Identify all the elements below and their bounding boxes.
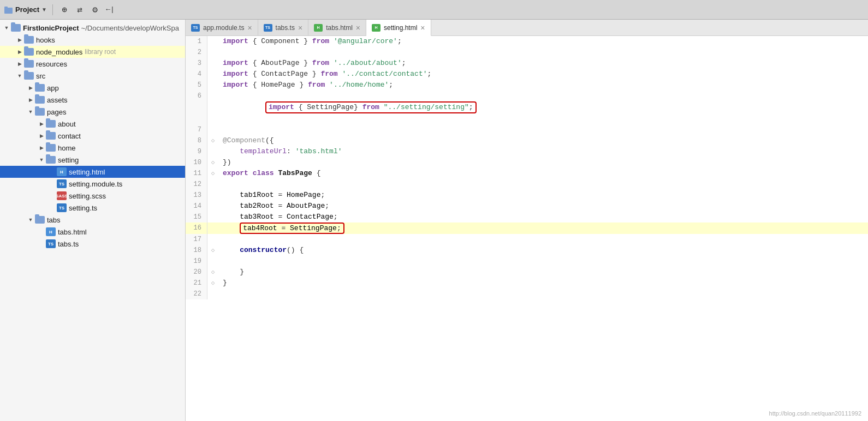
tree-item-assets[interactable]: ▶ assets xyxy=(0,94,185,106)
gutter xyxy=(207,212,218,222)
line-content xyxy=(218,124,868,135)
code-line-15: 15 tab3Root = ContactPage; xyxy=(186,212,868,222)
close-icon[interactable]: × xyxy=(247,24,252,32)
tree-item-hooks[interactable]: ▶ hooks xyxy=(0,34,185,46)
tree-item-about[interactable]: ▶ about xyxy=(0,118,185,130)
tab-tabs-html[interactable]: H tabs.html × xyxy=(308,20,366,35)
code-line-5: 5 import { HomePage } from '../home/home… xyxy=(186,80,868,91)
line-content xyxy=(218,234,868,245)
gutter xyxy=(207,91,218,124)
tab-label: tabs.ts xyxy=(276,24,295,32)
gutter xyxy=(207,69,218,80)
code-line-12: 12 xyxy=(186,179,868,190)
tree-item-setting-scss[interactable]: ▶ SASS setting.scss xyxy=(0,190,185,202)
gutter xyxy=(207,146,218,157)
code-line-9: 9 templateUrl: 'tabs.html' xyxy=(186,146,868,157)
tree-label: app xyxy=(47,84,59,92)
tree-label: node_modules xyxy=(36,48,82,56)
tab-tabs-ts[interactable]: TS tabs.ts × xyxy=(258,20,309,35)
tree-item-pages[interactable]: ▼ pages xyxy=(0,106,185,118)
chevron-down-icon: ▼ xyxy=(2,25,11,31)
line-content: templateUrl: 'tabs.html' xyxy=(218,146,868,157)
tree-item-src[interactable]: ▼ src xyxy=(0,70,185,82)
line-content: import { Component } from '@angular/core… xyxy=(218,36,868,47)
tab-bar: TS app.module.ts × TS tabs.ts × H tabs.h… xyxy=(186,20,868,36)
tree-item-setting-html[interactable]: ▶ H setting.html xyxy=(0,166,185,178)
root-folder-icon xyxy=(11,24,21,32)
fold-icon: ◇ xyxy=(211,168,215,179)
html-file-icon: H xyxy=(46,227,56,236)
line-num: 17 xyxy=(186,234,207,245)
tree-label: contact xyxy=(58,132,81,140)
root-label: FirstIonicProject xyxy=(23,24,79,32)
fold-icon: ◇ xyxy=(211,278,215,288)
chevron-right-icon: ▶ xyxy=(15,49,24,55)
close-icon[interactable]: × xyxy=(298,24,302,32)
folder-icon xyxy=(35,84,45,92)
code-line-6: 6 import { SettingPage} from "../setting… xyxy=(186,91,868,124)
gutter: ◇ xyxy=(207,267,218,278)
code-line-17: 17 xyxy=(186,234,868,245)
line-num: 7 xyxy=(186,124,207,135)
line-content: tab3Root = ContactPage; xyxy=(218,212,868,222)
gutter xyxy=(207,47,218,58)
tree-item-tabs-ts[interactable]: ▶ TS tabs.ts xyxy=(0,238,185,250)
line-content: import { ContactPage } from '../contact/… xyxy=(218,69,868,80)
add-icon[interactable]: ⊕ xyxy=(58,4,70,16)
line-content: } xyxy=(218,278,868,288)
chevron-down-icon: ▼ xyxy=(41,7,47,13)
line-num: 19 xyxy=(186,256,207,267)
line-num: 1 xyxy=(186,36,207,47)
code-line-1: 1 import { Component } from '@angular/co… xyxy=(186,36,868,47)
folder-icon xyxy=(35,108,45,116)
tree-label: setting.html xyxy=(69,168,105,176)
line-content: constructor() { xyxy=(218,245,868,256)
close-icon[interactable]: × xyxy=(356,24,360,32)
gutter: ◇ xyxy=(207,245,218,256)
tree-root[interactable]: ▼ FirstIonicProject ~/Documents/developW… xyxy=(0,22,185,34)
folder-icon xyxy=(46,156,56,164)
ts-icon: TS xyxy=(191,24,200,32)
tree-item-setting-module[interactable]: ▶ TS setting.module.ts xyxy=(0,178,185,190)
tree-item-node-modules[interactable]: ▶ node_modules library root xyxy=(0,46,185,58)
tree-item-setting[interactable]: ▼ setting xyxy=(0,154,185,166)
tab-app-module-ts[interactable]: TS app.module.ts × xyxy=(186,20,258,35)
tree-label: tabs.html xyxy=(58,228,87,236)
tree-item-tabs[interactable]: ▼ tabs xyxy=(0,214,185,226)
main-area: ▼ FirstIonicProject ~/Documents/developW… xyxy=(0,20,868,421)
code-area[interactable]: 1 import { Component } from '@angular/co… xyxy=(186,36,868,421)
chevron-right-icon: ▶ xyxy=(37,133,46,139)
back-icon[interactable]: ←| xyxy=(104,4,116,16)
scss-file-icon: SASS xyxy=(57,191,67,200)
chevron-right-icon: ▶ xyxy=(15,61,24,67)
line-num: 10 xyxy=(186,157,207,168)
chevron-right-icon: ▶ xyxy=(37,145,46,151)
project-dropdown[interactable]: Project ▼ xyxy=(4,5,47,14)
line-num: 22 xyxy=(186,288,207,299)
fold-icon: ◇ xyxy=(211,245,215,256)
tree-label: resources xyxy=(36,60,67,68)
folder-icon xyxy=(24,36,34,44)
gutter xyxy=(207,190,218,201)
tree-item-home[interactable]: ▶ home xyxy=(0,142,185,154)
settings-icon[interactable]: ⚙ xyxy=(89,4,101,16)
line-content: export class TabsPage { xyxy=(218,168,868,179)
close-icon[interactable]: × xyxy=(420,24,425,32)
line-num: 14 xyxy=(186,201,207,212)
tree-item-contact[interactable]: ▶ contact xyxy=(0,130,185,142)
tree-item-resources[interactable]: ▶ resources xyxy=(0,58,185,70)
tab-setting-html[interactable]: H setting.html × xyxy=(366,20,431,36)
tree-label: src xyxy=(36,72,45,80)
tab-label: tabs.html xyxy=(326,24,353,32)
line-num: 12 xyxy=(186,179,207,190)
sync-icon[interactable]: ⇄ xyxy=(74,4,86,16)
watermark: http://blog.csdn.net/quan20111992 xyxy=(769,410,861,417)
line-content xyxy=(218,179,868,190)
line-num: 3 xyxy=(186,58,207,69)
chevron-down-icon: ▼ xyxy=(26,109,35,115)
chevron-right-icon: ▶ xyxy=(37,121,46,127)
tree-item-app[interactable]: ▶ app xyxy=(0,82,185,94)
tree-item-setting-ts[interactable]: ▶ TS setting.ts xyxy=(0,202,185,214)
project-label: Project xyxy=(15,5,39,14)
tree-item-tabs-html[interactable]: ▶ H tabs.html xyxy=(0,226,185,238)
